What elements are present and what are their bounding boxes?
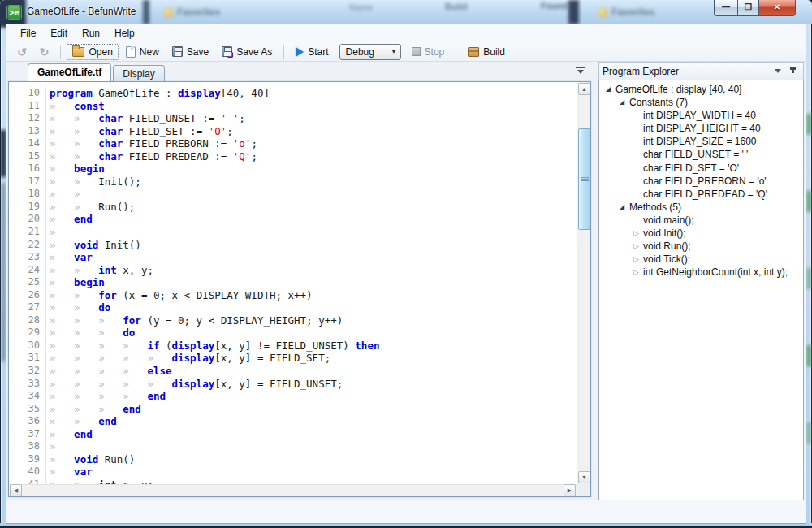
favorites-star-icon [598, 8, 607, 17]
code-line[interactable]: 18» » [9, 188, 577, 201]
title-bar[interactable]: Favorites Name Build Found Favorites >e … [0, 0, 812, 24]
menu-file[interactable]: File [13, 25, 43, 41]
tree-expander-icon[interactable]: ◢ [606, 83, 615, 96]
tree-item[interactable]: ◢Methods (5) [599, 201, 803, 214]
scroll-right-button[interactable]: ▶ [564, 484, 576, 496]
code-line[interactable]: 16» begin [9, 162, 577, 175]
code-line[interactable]: 20» end [9, 213, 577, 226]
code-line[interactable]: 26» » for (x = 0; x < DISPLAY_WIDTH; x++… [9, 289, 577, 302]
save-as-button[interactable]: Save As [216, 44, 278, 60]
background-favorites-label: Favorites [611, 6, 654, 18]
line-number: 39 [9, 453, 46, 466]
tree-item[interactable]: char FIELD_PREBORN = 'o' [599, 175, 803, 188]
tree-item[interactable]: ▷void Run(); [599, 240, 803, 253]
code-line[interactable]: 27» » do [9, 301, 577, 314]
document-tab-display[interactable]: Display [113, 65, 164, 81]
line-number: 37 [9, 428, 46, 441]
code-line[interactable]: 34» » » » end [9, 390, 577, 403]
pane-menu-icon[interactable] [576, 67, 585, 74]
horizontal-scrollbar[interactable]: ◀ ▶ [9, 484, 577, 496]
pin-icon[interactable] [789, 67, 797, 76]
new-button[interactable]: New [120, 44, 165, 60]
document-tab-gameoflife-tf[interactable]: GameOfLife.tf [28, 63, 111, 81]
minimize-button[interactable]: — [714, 0, 737, 16]
redo-button[interactable]: ↻ [34, 44, 55, 60]
tree-expander-icon[interactable]: ◢ [620, 96, 629, 109]
run-mode-combobox[interactable]: Debug ▼ [339, 44, 401, 60]
code-line[interactable]: 36» » end [9, 415, 577, 428]
code-line[interactable]: 24» » int x, y; [9, 264, 577, 277]
code-line[interactable]: 30» » » » if (display[x, y] != FIELD_UNS… [9, 340, 577, 353]
tree-item[interactable]: ▷void Tick(); [599, 253, 803, 266]
code-line[interactable]: 29» » » do [9, 327, 577, 340]
scroll-left-button[interactable]: ◀ [10, 484, 22, 496]
code-editor[interactable]: 10program GameOfLife : display[40, 40]11… [8, 81, 591, 497]
code-line[interactable]: 37» end [9, 428, 577, 441]
code-line[interactable]: 32» » » » else [9, 365, 577, 378]
panel-menu-chevron-icon[interactable] [775, 69, 781, 73]
code-viewport[interactable]: 10program GameOfLife : display[40, 40]11… [9, 82, 577, 484]
start-button[interactable]: Start [290, 44, 334, 60]
code-line[interactable]: 14» » char FIELD_PREBORN := 'o'; [9, 137, 577, 150]
code-line[interactable]: 15» » char FIELD_PREDEAD := 'Q'; [9, 150, 577, 163]
code-line[interactable]: 33» » » » » display[x, y] = FIELD_UNSET; [9, 378, 577, 391]
tree-item[interactable]: void main(); [599, 214, 803, 227]
tree-item[interactable]: ◢Constants (7) [599, 96, 803, 109]
code-line[interactable]: 12» » char FIELD_UNSET := ' '; [9, 112, 577, 125]
program-explorer-panel: Program Explorer ◢GameOfLife : display [… [598, 62, 804, 500]
tree-item[interactable]: int DISPLAY_HEIGHT = 40 [599, 122, 803, 135]
tree-item[interactable]: char FIELD_UNSET = ' ' [599, 148, 803, 161]
tree-item[interactable]: int DISPLAY_WIDTH = 40 [599, 109, 803, 122]
line-number: 30 [9, 340, 46, 353]
tree-expander-icon[interactable]: ▷ [633, 227, 643, 240]
tree-item[interactable]: char FIELD_SET = 'O' [599, 162, 803, 175]
scroll-up-button[interactable]: ▲ [578, 83, 590, 95]
menu-help[interactable]: Help [107, 25, 142, 41]
code-line[interactable]: 13» » char FIELD_SET := 'O'; [9, 125, 577, 138]
code-line[interactable]: 23» var [9, 251, 577, 264]
tree-expander-icon[interactable]: ▷ [633, 266, 643, 279]
code-line[interactable]: 39» void Run() [9, 453, 577, 466]
code-line[interactable]: 17» » Init(); [9, 175, 577, 188]
line-number: 35 [9, 403, 46, 416]
new-document-icon [126, 46, 136, 58]
tree-expander-icon[interactable]: ▷ [633, 240, 643, 253]
program-explorer-tree: ◢GameOfLife : display [40, 40]◢Constants… [598, 80, 804, 500]
code-line[interactable]: 31» » » » » display[x, y] = FIELD_SET; [9, 352, 577, 365]
open-button[interactable]: Open [67, 44, 118, 60]
tree-item[interactable]: int DISPLAY_SIZE = 1600 [599, 135, 803, 148]
code-line[interactable]: 22» void Init() [9, 239, 577, 252]
close-button[interactable]: ✕ [759, 0, 796, 16]
program-explorer-header[interactable]: Program Explorer [598, 62, 804, 80]
code-line[interactable]: 38» [9, 440, 577, 453]
undo-button[interactable]: ↺ [11, 44, 32, 60]
save-button[interactable]: Save [166, 44, 214, 60]
start-label: Start [308, 46, 328, 58]
vertical-scrollbar[interactable]: ▲ ▼ [577, 82, 590, 484]
code-line[interactable]: 19» » Run(); [9, 201, 577, 214]
code-line[interactable]: 21» [9, 226, 577, 239]
menu-edit[interactable]: Edit [43, 25, 75, 41]
code-line[interactable]: 40» var [9, 465, 577, 478]
code-line[interactable]: 11» const [9, 100, 577, 113]
tree-item[interactable]: ▷void Init(); [599, 227, 803, 240]
save-icon [172, 46, 183, 57]
tree-item[interactable]: ◢GameOfLife : display [40, 40] [599, 83, 803, 96]
maximize-button[interactable]: ❐ [737, 0, 759, 16]
code-line[interactable]: 10program GameOfLife : display[40, 40] [9, 87, 577, 100]
vertical-scrollbar-thumb[interactable] [578, 128, 590, 230]
toolbar: ↺ ↻ Open New Save Save As Start [6, 42, 806, 62]
code-line[interactable]: 25» begin [9, 276, 577, 289]
code-line[interactable]: 28» » » for (y = 0; y < DISPLAY_HEIGHT; … [9, 314, 577, 327]
build-button[interactable]: Build [462, 44, 511, 60]
scroll-down-button[interactable]: ▼ [578, 471, 590, 483]
stop-button[interactable]: Stop [406, 44, 451, 60]
menu-run[interactable]: Run [75, 25, 107, 41]
tree-item[interactable]: ▷int GetNeighborCount(int x, int y); [599, 266, 803, 279]
code-line[interactable]: 41» » int x, y; [9, 478, 577, 484]
code-line[interactable]: 35» » » end [9, 403, 577, 416]
line-number: 34 [9, 390, 46, 403]
tree-item[interactable]: char FIELD_PREDEAD = 'Q' [599, 188, 803, 201]
tree-expander-icon[interactable]: ◢ [620, 201, 629, 214]
tree-expander-icon[interactable]: ▷ [633, 253, 643, 266]
